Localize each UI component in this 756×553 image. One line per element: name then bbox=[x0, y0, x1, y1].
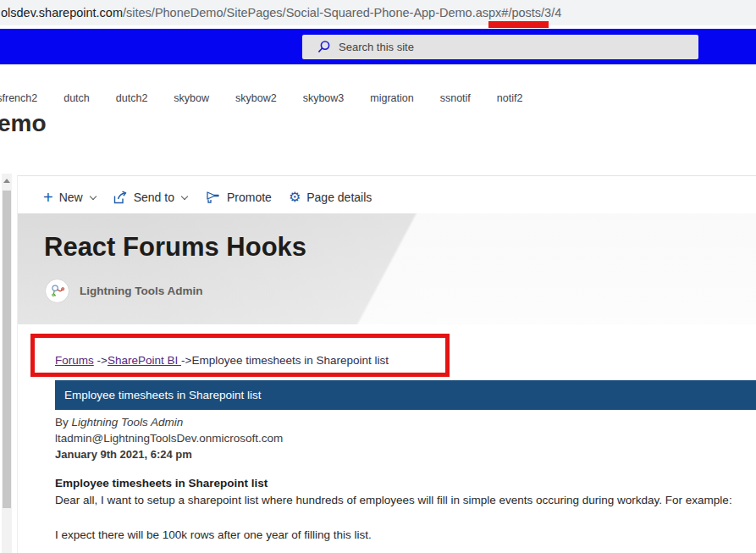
promote-button-label: Promote bbox=[227, 191, 272, 204]
post-author-email: ltadmin@LightningToolsDev.onmicrosoft.co… bbox=[55, 432, 283, 445]
post-author-name: Lightning Tools Admin bbox=[72, 416, 184, 429]
nav-item-ssfrench2[interactable]: ssfrench2 bbox=[0, 92, 37, 104]
post-paragraph: Dear all, I want to setup a sharepoint l… bbox=[55, 494, 756, 506]
search-input[interactable] bbox=[339, 41, 660, 53]
chevron-down-icon bbox=[181, 192, 188, 199]
nav-item-skybow[interactable]: skybow bbox=[174, 92, 209, 104]
page-title: React Forums Hooks bbox=[44, 232, 306, 263]
by-label: By bbox=[55, 416, 72, 429]
send-to-icon bbox=[113, 191, 128, 205]
screen: olsdev.sharepoint.com/sites/PhoneDemo/Si… bbox=[0, 0, 756, 553]
nav-item-dutch2[interactable]: dutch2 bbox=[116, 92, 148, 104]
search-box[interactable] bbox=[302, 35, 698, 59]
post-paragraph: I expect there will be 100k rows after o… bbox=[55, 528, 372, 541]
post-byline: By Lightning Tools Admin bbox=[55, 416, 183, 429]
url-path: /sites/PhoneDemo/SitePages/Social-Square… bbox=[123, 6, 561, 19]
new-button-label: New bbox=[59, 191, 83, 204]
nav-item-migration[interactable]: migration bbox=[370, 92, 413, 104]
nav-item-dutch[interactable]: dutch bbox=[63, 92, 90, 104]
gear-icon: ⚙ bbox=[289, 191, 301, 204]
scroll-up-icon bbox=[3, 179, 10, 183]
avatar bbox=[46, 279, 69, 302]
post-title-bar: Employee timesheets in Sharepoint list bbox=[55, 380, 756, 410]
red-annotation-box bbox=[30, 334, 450, 377]
nav-item-skybow2[interactable]: skybow2 bbox=[235, 92, 277, 104]
scrollbar-thumb[interactable] bbox=[3, 191, 11, 508]
pivot-nav: ssfrench2 dutch dutch2 skybow skybow2 sk… bbox=[0, 90, 756, 107]
nav-item-notif2[interactable]: notif2 bbox=[497, 92, 523, 104]
send-to-button-label: Send to bbox=[134, 191, 174, 204]
page-details-button-label: Page details bbox=[306, 191, 372, 204]
browser-address-bar[interactable]: olsdev.sharepoint.com/sites/PhoneDemo/Si… bbox=[0, 0, 756, 25]
scrollbar-up-button[interactable] bbox=[2, 175, 12, 185]
plus-icon: + bbox=[43, 189, 53, 206]
nav-item-ssnotif[interactable]: ssnotif bbox=[440, 92, 471, 104]
url-domain: olsdev.sharepoint.com bbox=[1, 6, 123, 19]
chevron-down-icon bbox=[89, 192, 96, 199]
page-banner: React Forums Hooks Lightning Tools Admin bbox=[18, 213, 756, 324]
vertical-scrollbar[interactable] bbox=[2, 174, 12, 553]
page-author-name: Lightning Tools Admin bbox=[80, 285, 202, 297]
post-date: January 9th 2021, 6:24 pm bbox=[55, 448, 192, 461]
lightning-tools-logo-icon bbox=[49, 283, 65, 299]
send-to-button[interactable]: Send to bbox=[113, 191, 187, 205]
search-icon bbox=[317, 40, 331, 54]
promote-button[interactable]: Promote bbox=[204, 191, 272, 204]
page-url[interactable]: olsdev.sharepoint.com/sites/PhoneDemo/Si… bbox=[1, 6, 561, 19]
red-annotation-underline bbox=[488, 21, 549, 28]
site-title-truncated: emo bbox=[0, 110, 47, 137]
page-author-row: Lightning Tools Admin bbox=[46, 279, 202, 302]
command-bar: + New Send to Promote ⚙ Page details bbox=[43, 185, 372, 209]
post-subject: Employee timesheets in Sharepoint list bbox=[55, 477, 268, 489]
promote-icon bbox=[204, 191, 221, 204]
post-title-bar-label: Employee timesheets in Sharepoint list bbox=[64, 389, 262, 401]
new-button[interactable]: + New bbox=[43, 189, 96, 206]
suite-bar bbox=[0, 29, 756, 64]
nav-item-skybow3[interactable]: skybow3 bbox=[303, 92, 345, 104]
page-details-button[interactable]: ⚙ Page details bbox=[289, 191, 372, 204]
